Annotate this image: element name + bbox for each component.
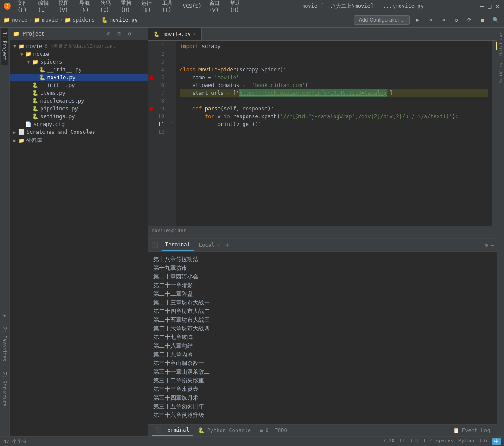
line-ending[interactable]: LF [400,438,405,445]
close-button[interactable]: ✕ [494,3,501,9]
ime-indicator[interactable]: 中 [492,438,501,445]
menu-view[interactable]: 视图(V) [55,0,75,14]
tree-scrapy-cfg[interactable]: 📄 scrapy.cfg [10,120,148,128]
menu-tools[interactable]: 工具(T) [159,0,179,14]
tree-pipelines-py[interactable]: 🐍 pipelines.py [10,105,148,113]
terminal-line-10: 第二十七章破阵 [153,333,492,342]
scrollbar-area[interactable] [492,41,497,226]
language-version[interactable]: Python 3.6 [458,438,487,445]
sidebar-toolbar: 📁 Project ⊕ ⊞ ⚙ — [10,28,148,40]
reload-button[interactable]: ⟳ [464,15,475,25]
tree-items-py[interactable]: 🐍 items.py [10,89,148,97]
editor-area: 🐍 movi1e.py ✕ 1 2 3 4 5 6 7 8 [148,28,497,436]
tree-movie-root[interactable]: ▼ 📁 movie E:\电脑桌面\data\Important [10,42,148,50]
breadcrumb-movie1[interactable]: 📁 movie [3,17,27,23]
code-line-8 [180,97,488,105]
breadcrumb-spiders[interactable]: 📁 spiders [65,17,95,23]
stop-button[interactable]: ■ [477,15,488,25]
menu-window[interactable]: 窗口(W) [206,0,226,14]
cursor-position[interactable]: 7:20 [383,438,395,445]
menu-refactor[interactable]: 重构(R) [117,0,137,14]
tree-arrow-movie-sub[interactable]: ▼ [18,52,25,57]
code-line-12 [180,128,488,136]
tree-movi1e-py[interactable]: 🐍 movi1e.py [10,74,148,81]
tree-arrow-movie-root[interactable]: ▼ [11,44,18,48]
menu-vcs[interactable]: VCS(S) [179,2,205,10]
maximize-button[interactable]: □ [487,3,493,9]
code-line-5: name = 'movi1e' [180,74,488,81]
tree-init-py-1[interactable]: 🐍 __init__.py [10,66,148,74]
breadcrumb-file[interactable]: 🐍 movi1e.py [101,17,138,23]
line-num-11: 11 [148,120,168,128]
horizontal-scrollbar[interactable] [148,235,497,238]
tree-arrow-scratches[interactable]: ▶ [11,130,18,135]
code-line-7: start_urls = ['https://book.qidian.com/i… [180,89,488,97]
sidebar-new-button[interactable]: ⊕ [104,29,113,38]
minimize-button[interactable]: — [479,3,485,9]
debug-button[interactable]: ⊙ [425,15,436,25]
tree-arrow-external[interactable]: ▶ [11,138,18,143]
menu-run[interactable]: 运行(U) [138,0,158,14]
code-content[interactable]: import scrapy class Movi1eSpider(scrapy.… [176,41,492,226]
run-button[interactable]: ▶ [412,15,423,25]
sidebar-settings-button[interactable]: ⚙ [125,29,134,38]
terminal-add-tab-button[interactable]: + [225,241,229,249]
project-tab[interactable]: 1: Project [1,28,8,65]
menu-edit[interactable]: 编辑(E) [35,0,55,14]
tree-scratches[interactable]: ▶ ⬜ Scratches and Consoles [10,128,148,136]
sidebar-collapse-button[interactable]: — [136,29,144,38]
bottom-tab-todo[interactable]: ≡ 6: TODO [256,425,291,436]
breadcrumb-movie2[interactable]: 📁 movie [34,17,58,23]
terminal-line-1: 第十八章传授功法 [153,255,492,264]
terminal-local-close[interactable]: ✕ [217,242,220,247]
terminal-line-7: 第二十四章坊市大战二 [153,307,492,316]
line-num-2: 2 [148,50,168,58]
terminal-tab-terminal[interactable]: Terminal [162,239,194,251]
menu-help[interactable]: 帮助(H) [227,0,247,14]
app-logo: J [3,2,11,10]
right-tab-database[interactable]: Database [497,29,504,59]
structure-tab-z[interactable]: Z: Structure [1,368,8,410]
terminal-line-6: 第二十三章坊市大战一 [153,298,492,307]
encoding[interactable]: UTF-8 [411,438,425,445]
terminal-tabs: ⬛ Terminal Local ✕ + ⚙ — [148,239,497,252]
tree-arrow-spiders[interactable]: ▼ [25,60,32,65]
tree-middlewares-py[interactable]: 🐍 middlewares.py [10,97,148,105]
tree-external[interactable]: ▶ 📁 外部库 [10,136,148,145]
indent-setting[interactable]: 4 spaces [430,438,453,445]
bottom-tab-python-console[interactable]: 🐍 Python Console [195,425,254,436]
coverage-button[interactable]: ⊕ [438,15,449,25]
add-configuration-button[interactable]: Add Configuration... [354,15,410,25]
svg-text:J: J [6,4,9,9]
bottom-tab-event-log[interactable]: 📋 Event Log [449,427,494,433]
py-icon-middlewares: 🐍 [32,98,39,104]
bottom-tab-terminal[interactable]: ⬛ Terminal [152,425,193,436]
sidebar: 📁 Project ⊕ ⊞ ⚙ — ▼ 📁 movie E:\电脑桌面\data… [10,28,148,436]
tree-label-scrapy-cfg: scrapy.cfg [33,121,65,127]
tree-spiders[interactable]: ▼ 📁 spiders [10,58,148,66]
tree-init-py-2[interactable]: 🐍 __init__.py [10,81,148,89]
terminal-line-5: 第二十二章阵盘 [153,290,492,298]
right-tab-sciview[interactable]: SciView [497,59,504,86]
editor-tab-movi1e[interactable]: 🐍 movi1e.py ✕ [148,28,202,40]
terminal-minimize-icon[interactable]: — [491,242,494,248]
line-num-5: 5 [148,74,168,81]
tab-close-button[interactable]: ✕ [193,32,196,36]
terminal-settings-icon[interactable]: ⚙ [485,242,488,248]
line-num-3: 3 [148,58,168,66]
favorites-tab[interactable]: ★ [1,308,8,323]
menu-file[interactable]: 文件(F) [14,0,34,14]
terminal-content[interactable]: 第十八章传授功法 第十九章坊市 第二十章西河小会 第二十一章暗影 第二十二章阵盘… [148,252,497,424]
search-everywhere-button[interactable]: 🔍 [490,15,501,25]
profile-button[interactable]: ↺ [451,15,462,25]
terminal-line-16: 第三十三章水灵壶 [153,385,492,394]
menu-code[interactable]: 代码(C) [97,0,117,14]
sidebar-layout-button[interactable]: ⊞ [115,29,124,38]
terminal-tab-local[interactable]: Local ✕ [195,239,223,251]
structure-tab[interactable]: 2: Favorites [1,323,8,365]
menu-nav[interactable]: 导航(N) [76,0,96,14]
tree-movie-sub[interactable]: ▼ 📁 movie [10,50,148,58]
tree-label-scratches: Scratches and Consoles [26,129,95,135]
tree-settings-py[interactable]: 🐍 settings.py [10,113,148,120]
tab-py-icon: 🐍 [153,31,160,37]
